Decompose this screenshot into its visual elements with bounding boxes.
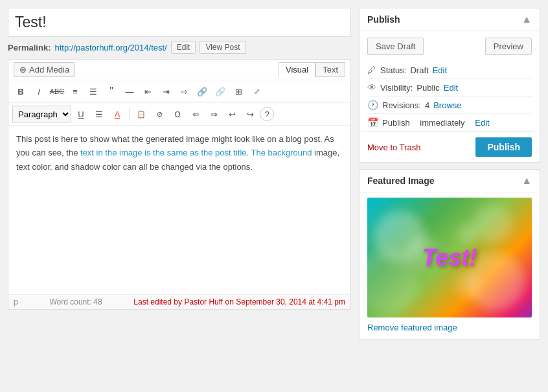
editor-top-toolbar: ⊕ Add Media Visual Text [8,60,350,80]
align-center-button[interactable]: ⇥ [157,83,174,100]
permalink-edit-button[interactable]: Edit [171,41,196,54]
publish-time: immediately [420,118,464,128]
view-post-button[interactable]: View Post [200,41,245,54]
toolbar-separator [129,108,130,121]
featured-image-metabox: Featured Image ▲ Test! Remove featured i… [359,169,540,340]
blockquote-button[interactable]: " [103,83,120,100]
publish-footer-row: Move to Trash Publish [360,132,540,162]
revisions-value: 4 [425,100,429,110]
editor-toolbar-row1: B I ABC ≡ ☰ " — ⇤ ⇥ ⇨ 🔗 🔗 ⊞ ⤢ [8,80,350,103]
align-right-button[interactable]: ⇨ [176,83,192,100]
underline-button[interactable]: U [73,106,89,122]
editor-box: ⊕ Add Media Visual Text B I ABC ≡ ☰ " — … [8,59,351,310]
justify-button[interactable]: ☰ [91,106,108,122]
link-button[interactable]: 🔗 [194,83,211,100]
add-media-button[interactable]: ⊕ Add Media [14,62,75,77]
visibility-label: Visibility: [380,83,413,93]
publish-collapse-arrow[interactable]: ▲ [521,14,532,25]
featured-image-header: Featured Image ▲ [360,170,540,192]
move-to-trash-link[interactable]: Move to Trash [367,143,420,152]
revisions-row: 🕐 Revisions: 4 Browse [367,97,532,114]
save-draft-button[interactable]: Save Draft [367,38,424,55]
visibility-value: Public [417,83,439,93]
highlighted-text: text in the image is the same as the pos… [80,148,312,157]
special-char-button[interactable]: Ω [169,106,186,122]
bold-button[interactable]: B [12,83,29,100]
align-left-button[interactable]: ⇤ [139,83,156,100]
font-color-button[interactable]: A [109,106,126,122]
add-media-icon: ⊕ [19,65,27,75]
add-media-label: Add Media [29,65,69,75]
calendar-icon: 📅 [367,117,378,128]
tab-visual[interactable]: Visual [279,62,315,77]
post-title-input[interactable] [15,14,344,31]
p-tag-indicator: p [14,297,18,306]
unlink-button[interactable]: 🔗 [212,83,229,100]
ol-button[interactable]: ☰ [85,83,102,100]
hr-button[interactable]: — [121,83,138,100]
editor-paragraph: This post is here to show what the gener… [16,132,343,174]
featured-image-title: Featured Image [367,176,434,186]
publish-metabox-title: Publish [367,14,400,25]
status-icon: 🖊 [367,65,376,75]
status-row: 🖊 Status: Draft Edit [367,62,532,79]
publish-button[interactable]: Publish [475,137,532,157]
editor-footer: p Word count: 48 Last edited by Pastor H… [8,294,350,309]
revisions-browse-link[interactable]: Browse [433,100,461,110]
redo-button[interactable]: ↪ [242,106,258,122]
bokeh-4 [474,204,512,243]
undo-button[interactable]: ↩ [223,106,240,122]
clear-format-button[interactable]: ⊘ [151,106,168,122]
bokeh-6 [454,272,480,298]
tab-text[interactable]: Text [315,62,345,77]
format-select[interactable]: Paragraph Heading 1 Heading 2 Heading 3 [12,106,71,122]
italic-button[interactable]: I [30,83,47,100]
ul-button[interactable]: ≡ [67,83,84,100]
revisions-icon: 🕐 [367,100,378,110]
status-edit-link[interactable]: Edit [433,65,447,75]
publish-metabox-body: Save Draft Preview 🖊 Status: Draft Edit … [360,31,540,162]
editor-toolbar-row2: Paragraph Heading 1 Heading 2 Heading 3 … [8,103,350,126]
publish-metabox-header: Publish ▲ [360,8,540,31]
main-editor-column: Permalink: http://pastorhuff.org/2014/te… [8,8,351,384]
insert-table-button[interactable]: ⊞ [230,83,247,100]
permalink-url[interactable]: http://pastorhuff.org/2014/test/ [54,43,166,52]
preview-button[interactable]: Preview [485,38,532,55]
fullscreen-button[interactable]: ⤢ [248,83,265,100]
post-title-box [8,8,351,37]
paste-text-button[interactable]: 📋 [133,106,150,122]
publish-label: Publish [382,118,410,128]
word-count: Word count: 48 [49,297,102,306]
editor-content-area[interactable]: This post is here to show what the gener… [8,126,350,294]
publish-time-row: 📅 Publish immediately Edit [367,114,532,132]
featured-image-container: Test! Remove featured image [360,192,540,339]
permalink-row: Permalink: http://pastorhuff.org/2014/te… [8,41,351,54]
featured-image-collapse-arrow[interactable]: ▲ [521,175,532,187]
sidebar-column: Publish ▲ Save Draft Preview 🖊 Status: D… [359,8,540,384]
view-tabs: Visual Text [279,62,345,77]
bokeh-7 [458,224,477,243]
strikethrough-button[interactable]: ABC [49,83,65,100]
visibility-edit-link[interactable]: Edit [444,83,458,93]
status-value: Draft [410,65,428,75]
publish-time-edit-link[interactable]: Edit [475,118,489,128]
remove-featured-image-link[interactable]: Remove featured image [367,323,532,332]
outdent-button[interactable]: ⇐ [187,106,204,122]
visibility-icon: 👁 [367,82,376,93]
publish-top-buttons: Save Draft Preview [367,38,532,55]
indent-button[interactable]: ⇒ [205,106,222,122]
permalink-label: Permalink: [8,43,51,52]
visibility-row: 👁 Visibility: Public Edit [367,79,532,97]
revisions-label: Revisions: [382,100,421,110]
help-button[interactable]: ? [260,107,274,121]
status-label: Status: [380,65,406,75]
publish-metabox: Publish ▲ Save Draft Preview 🖊 Status: D… [359,8,540,163]
featured-image-overlay-text: Test! [422,244,477,271]
last-edited-info: Last edited by Pastor Huff on September … [133,297,345,306]
featured-image-preview[interactable]: Test! [367,198,532,317]
